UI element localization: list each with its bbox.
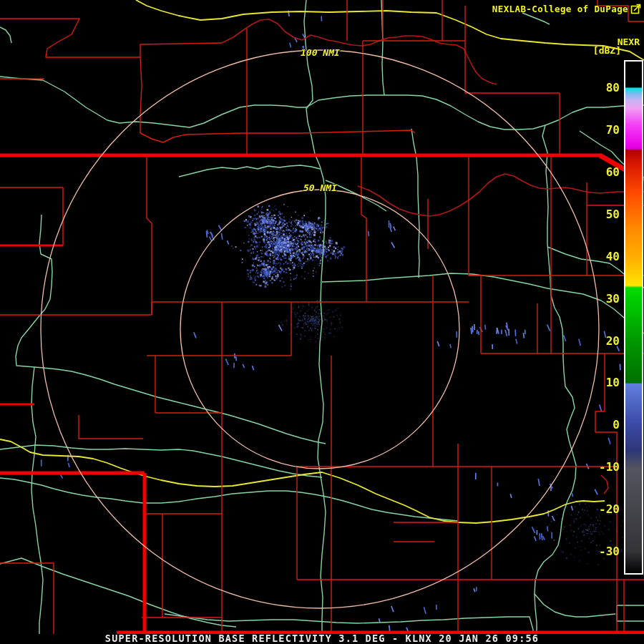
- radar-viewer: NEXLAB-College of DuPage NEXR [dBZ] 8070…: [0, 0, 644, 644]
- road-line: [411, 129, 419, 278]
- county-boundary-line: [79, 415, 143, 439]
- header: NEXLAB-College of DuPage: [492, 3, 642, 14]
- county-boundary-line: [140, 130, 415, 142]
- colorbar-tick-label: 50: [588, 208, 620, 221]
- road-line: [0, 77, 644, 130]
- product-status-text: SUPER-RESOLUTION BASE REFLECTIVITY 3.1 D…: [105, 633, 539, 644]
- highway-line: [0, 439, 605, 523]
- colorbar-tick-label: -10: [588, 461, 620, 474]
- colorbar-tick-label: 70: [588, 124, 620, 137]
- colorbar-tick-label: 0: [588, 419, 620, 431]
- reflectivity-colorbar: [624, 60, 643, 575]
- road-line: [31, 367, 43, 644]
- county-boundary-line: [469, 156, 481, 353]
- boundary-river-line: [601, 475, 608, 494]
- colorbar-tick-label: 40: [588, 250, 620, 263]
- road-line: [304, 0, 326, 644]
- range-ring: [41, 50, 599, 608]
- colorbar-tick-label: 80: [588, 82, 620, 94]
- county-boundary-line: [0, 563, 54, 644]
- county-boundary-line: [152, 302, 469, 315]
- colorbar-tick-label: 30: [588, 293, 620, 306]
- road-line: [0, 27, 11, 43]
- range-ring-label: 50 NMI: [303, 182, 337, 193]
- road-line: [617, 605, 644, 621]
- county-boundary-line: [0, 19, 140, 57]
- road-line: [535, 594, 615, 617]
- boundary-river-line: [222, 19, 497, 84]
- road-line: [535, 125, 576, 644]
- basemap-layer: [0, 0, 644, 644]
- site-title[interactable]: NEXLAB-College of DuPage: [492, 4, 628, 14]
- road-line: [179, 165, 320, 177]
- county-boundary-line: [140, 43, 222, 57]
- colorbar-tick-label: 20: [588, 335, 620, 348]
- status-bar: SUPER-RESOLUTION BASE REFLECTIVITY 3.1 D…: [0, 634, 644, 644]
- county-boundary-line: [147, 156, 152, 315]
- colorbar-tick-label: -30: [588, 545, 620, 558]
- colorbar-tick-label: 60: [588, 166, 620, 179]
- unit-label: [dBZ]: [593, 45, 621, 56]
- colorbar-tick-label: 10: [588, 376, 620, 389]
- road-line: [522, 13, 550, 24]
- colorbar-tick-label: -20: [588, 503, 620, 516]
- county-boundary-line: [595, 353, 617, 633]
- road-line: [16, 215, 326, 444]
- road-line: [0, 558, 236, 627]
- range-ring-label: 100 NMI: [301, 47, 340, 58]
- box-northeast-arrow-icon[interactable]: [630, 3, 642, 14]
